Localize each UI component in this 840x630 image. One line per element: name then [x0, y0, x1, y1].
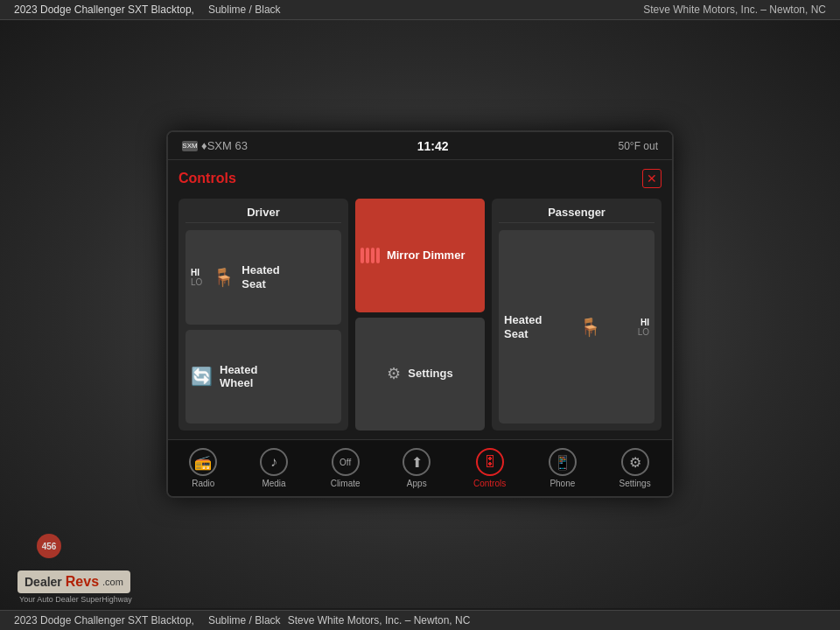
- settings-nav-icon: ⚙: [621, 448, 649, 476]
- passenger-heated-seat-button[interactable]: HeatedSeat 🪑 HI LO: [499, 230, 654, 424]
- sxm-display: SXM ♦SXM 63: [182, 139, 248, 152]
- passenger-seat-hi-lo: HI LO: [638, 318, 649, 337]
- center-zone: Mirror Dimmer ⚙ Settings: [355, 199, 485, 430]
- top-dealer: Steve White Motors, Inc. – Newton, NC: [643, 4, 826, 16]
- phone-label: Phone: [550, 479, 575, 488]
- temp-display: 50°F out: [618, 140, 658, 152]
- com-text: .com: [102, 577, 123, 587]
- radio-label: Radio: [192, 479, 214, 488]
- controls-header: Controls ✕: [178, 169, 662, 188]
- screen-status-bar: SXM ♦SXM 63 11:42 50°F out: [168, 132, 672, 160]
- apps-label: Apps: [407, 479, 427, 488]
- controls-panel: Controls ✕ Driver HI LO 🪑 HeatedSeat: [168, 160, 672, 439]
- main-content: SXM ♦SXM 63 11:42 50°F out Controls ✕ Dr…: [0, 20, 840, 608]
- settings-button[interactable]: ⚙ Settings: [355, 318, 485, 431]
- driver-heated-wheel-label: HeatedWheel: [220, 363, 257, 390]
- seat-heat-icon: 🪑: [213, 267, 234, 288]
- nav-item-controls[interactable]: 🎛 Controls: [465, 448, 514, 488]
- bottom-title: 2023 Dodge Challenger SXT Blacktop,: [14, 614, 194, 626]
- phone-icon: 📱: [549, 448, 577, 476]
- top-title: 2023 Dodge Challenger SXT Blacktop,: [14, 4, 194, 16]
- passenger-zone: Passenger HeatedSeat 🪑 HI LO: [492, 199, 662, 430]
- driver-heated-wheel-button[interactable]: 🔄 HeatedWheel: [186, 330, 341, 424]
- driver-zone: Driver HI LO 🪑 HeatedSeat 🔄 HeatedWheel: [178, 199, 348, 430]
- close-button[interactable]: ✕: [642, 169, 662, 188]
- passenger-zone-title: Passenger: [499, 206, 654, 223]
- dealer-badge: 456: [37, 534, 61, 558]
- nav-item-phone[interactable]: 📱 Phone: [540, 448, 585, 488]
- nav-item-climate[interactable]: Off Climate: [322, 448, 369, 488]
- media-label: Media: [262, 479, 285, 488]
- controls-title: Controls: [178, 171, 236, 186]
- apps-icon: ⬆: [402, 448, 430, 476]
- mirror-stripes-icon: [360, 248, 380, 263]
- bottom-bar: 2023 Dodge Challenger SXT Blacktop, Subl…: [0, 610, 840, 630]
- revs-text: Revs: [66, 574, 99, 590]
- nav-item-settings[interactable]: ⚙ Settings: [611, 448, 660, 488]
- sxm-icon: SXM: [182, 141, 198, 151]
- driver-zone-title: Driver: [186, 206, 341, 223]
- top-bar: 2023 Dodge Challenger SXT Blacktop, Subl…: [0, 0, 840, 20]
- nav-item-media[interactable]: ♪ Media: [251, 448, 297, 488]
- settings-label: Settings: [408, 367, 452, 381]
- nav-item-radio[interactable]: 📻 Radio: [180, 448, 226, 488]
- nav-item-apps[interactable]: ⬆ Apps: [394, 448, 439, 488]
- watermark-tagline: Your Auto Dealer SuperHighway: [18, 595, 132, 604]
- climate-icon: Off: [332, 448, 360, 476]
- gear-icon: ⚙: [387, 364, 401, 383]
- media-icon: ♪: [260, 448, 288, 476]
- driver-seat-hi-lo: HI LO: [191, 268, 202, 287]
- mirror-dimmer-button[interactable]: Mirror Dimmer: [355, 199, 485, 312]
- wheel-heat-icon: 🔄: [191, 366, 213, 387]
- driver-heated-seat-label: HeatedSeat: [242, 263, 279, 290]
- settings-nav-label: Settings: [620, 479, 651, 488]
- controls-nav-label: Controls: [473, 479, 506, 488]
- bottom-color: Sublime / Black: [208, 614, 281, 626]
- infotainment-screen: SXM ♦SXM 63 11:42 50°F out Controls ✕ Dr…: [166, 130, 674, 498]
- top-color: Sublime / Black: [208, 4, 281, 16]
- radio-icon: 📻: [189, 448, 217, 476]
- mirror-dimmer-label: Mirror Dimmer: [387, 248, 466, 262]
- bottom-dealer: Steve White Motors, Inc. – Newton, NC: [288, 614, 471, 626]
- watermark: 456 Dealer Revs .com Your Auto Dealer Su…: [18, 570, 132, 604]
- dealer-text: Dealer: [24, 575, 62, 589]
- watermark-logo: Dealer Revs .com: [18, 570, 130, 593]
- zones-row: Driver HI LO 🪑 HeatedSeat 🔄 HeatedWheel: [178, 199, 662, 430]
- climate-label: Climate: [331, 479, 360, 488]
- controls-icon: 🎛: [476, 448, 504, 476]
- screen-nav-bar: 📻 Radio ♪ Media Off Climate ⬆ Apps 🎛 Con…: [168, 439, 672, 496]
- time-display: 11:42: [417, 139, 449, 153]
- passenger-heated-seat-label: HeatedSeat: [504, 313, 542, 340]
- passenger-seat-heat-icon: 🪑: [579, 317, 601, 338]
- driver-heated-seat-button[interactable]: HI LO 🪑 HeatedSeat: [186, 230, 341, 325]
